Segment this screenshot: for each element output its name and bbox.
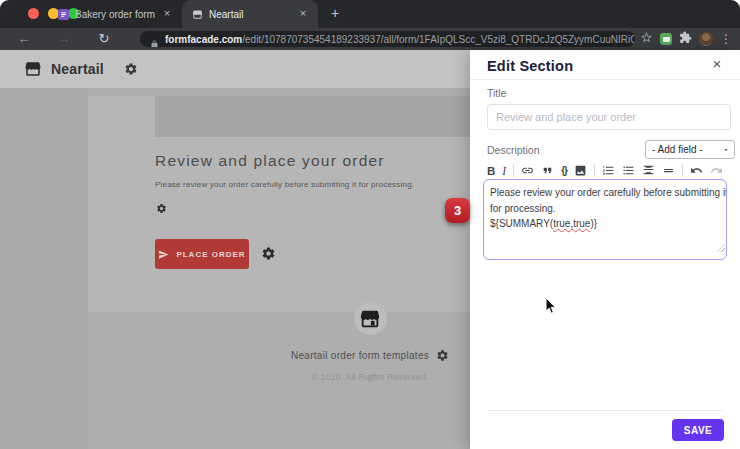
divider: [594, 164, 595, 177]
extensions-puzzle-icon[interactable]: [679, 30, 692, 48]
title-input[interactable]: [487, 104, 731, 130]
add-field-select[interactable]: - Add field -: [645, 140, 735, 159]
divider: [682, 164, 683, 177]
link-button[interactable]: [521, 164, 534, 177]
horizontal-rule-button[interactable]: [662, 164, 675, 177]
divider: [470, 79, 740, 80]
blockquote-button[interactable]: [541, 164, 554, 177]
profile-avatar[interactable]: [699, 32, 713, 46]
tab-bakery-order-form[interactable]: Bakery order form - Google Fo ×: [48, 0, 182, 28]
page-background: Neartail Review and place your order Ple…: [0, 50, 740, 449]
tab-title: Bakery order form - Google Fo: [75, 9, 156, 20]
page-margin: [0, 88, 88, 449]
google-forms-icon: [58, 9, 69, 20]
editor-line: for processing.: [490, 201, 720, 217]
send-icon: [158, 249, 169, 260]
annotation-step-badge: 3: [445, 198, 470, 223]
edit-section-panel: Edit Section × Title Description - Add f…: [470, 50, 740, 449]
misspelled-text: true,true: [553, 218, 590, 229]
description-label: Description: [487, 144, 540, 156]
tab-bar: Bakery order form - Google Fo × Neartail…: [0, 0, 740, 28]
url-text: formfacade.com/edit/10787073545418923393…: [165, 34, 635, 45]
reload-icon[interactable]: ↻: [94, 28, 114, 50]
save-button[interactable]: SAVE: [672, 419, 724, 441]
brand-name[interactable]: Neartail: [51, 61, 104, 77]
address-bar[interactable]: formfacade.com/edit/10787073545418923393…: [140, 31, 635, 47]
editor-toolbar: B I {}: [487, 162, 725, 179]
form-section-card: Review and place your order Please revie…: [88, 96, 470, 312]
undo-button[interactable]: [690, 164, 703, 177]
editor-line: Please review your order carefully befor…: [490, 185, 720, 201]
gear-icon[interactable]: [124, 62, 138, 76]
ordered-list-button[interactable]: [602, 164, 615, 177]
gear-icon[interactable]: [261, 246, 276, 265]
toolbar-actions: ⋮: [640, 28, 740, 50]
gear-icon[interactable]: [156, 200, 167, 218]
close-tab-icon[interactable]: ×: [296, 7, 310, 21]
divider: [513, 164, 514, 177]
description-editor[interactable]: Please review your order carefully befor…: [483, 179, 727, 260]
browser-window: Bakery order form - Google Fo × Neartail…: [0, 0, 740, 449]
chevron-down-icon: [722, 146, 730, 154]
place-order-label: PLACE ORDER: [176, 250, 245, 259]
section-subtitle: Please review your order carefully befor…: [155, 180, 414, 189]
redo-button[interactable]: [710, 164, 723, 177]
section-heading: Review and place your order: [155, 152, 385, 170]
storefront-icon: [24, 60, 42, 78]
bookmark-star-icon[interactable]: [640, 30, 653, 48]
close-icon[interactable]: ×: [708, 55, 726, 72]
bullet-list-button[interactable]: [622, 164, 635, 177]
divider: [487, 410, 723, 411]
storefront-icon: [354, 302, 387, 335]
panel-title: Edit Section: [487, 58, 573, 74]
footer-title: Neartail order form templates: [291, 350, 429, 361]
editor-line: ${SUMMARY(true,true)}: [490, 216, 720, 232]
code-button[interactable]: {}: [561, 165, 567, 176]
previous-section-block: [155, 96, 470, 137]
lock-icon: [150, 35, 159, 44]
gear-icon[interactable]: [436, 349, 449, 362]
place-order-button[interactable]: PLACE ORDER: [155, 239, 249, 269]
mouse-cursor: [545, 297, 557, 315]
title-label: Title: [487, 87, 506, 99]
close-window-button[interactable]: [28, 8, 39, 19]
storefront-icon: [192, 9, 203, 20]
bold-button[interactable]: B: [487, 165, 495, 177]
back-icon[interactable]: ←: [14, 28, 34, 50]
forward-icon[interactable]: →: [54, 28, 74, 50]
tab-neartail[interactable]: Neartail ×: [182, 0, 318, 28]
close-tab-icon[interactable]: ×: [160, 7, 174, 21]
align-center-button[interactable]: [642, 164, 655, 177]
image-button[interactable]: [574, 164, 587, 177]
italic-button[interactable]: I: [502, 165, 506, 177]
browser-menu-icon[interactable]: ⋮: [720, 28, 732, 50]
extension-icon[interactable]: [660, 33, 672, 45]
browser-toolbar: ← → ↻ formfacade.com/edit/10787073545418…: [0, 28, 740, 50]
new-tab-button[interactable]: +: [326, 5, 344, 23]
tab-title: Neartail: [209, 9, 292, 20]
